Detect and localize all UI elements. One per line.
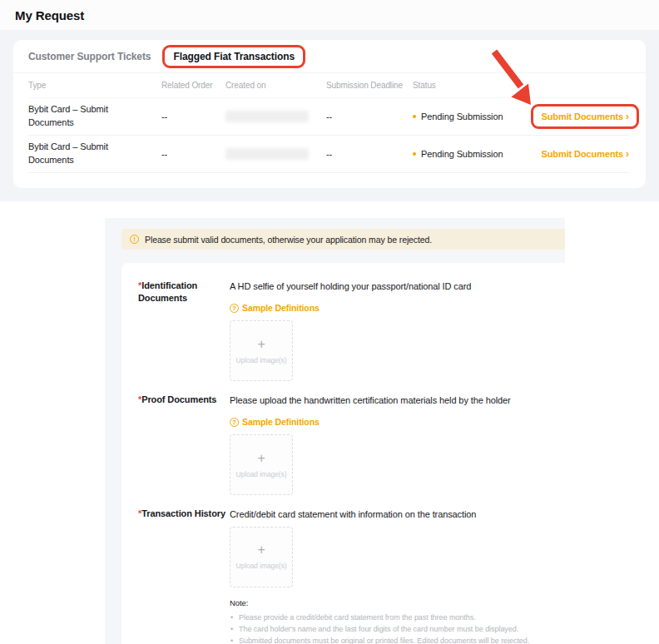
note-title: Note: <box>230 598 545 607</box>
tab-customer-support-tickets[interactable]: Customer Support Tickets <box>28 51 151 62</box>
submit-documents-panel: ! Please submit valid documents, otherwi… <box>105 218 565 644</box>
field-label: Identification Documents <box>138 280 197 303</box>
ticket-type: Bybit Card – Submit Documents <box>28 141 121 167</box>
field-description: Please upload the handwritten certificat… <box>230 394 538 408</box>
submission-deadline-value: -- <box>326 111 413 121</box>
upload-image-dropzone[interactable]: + Upload image(s) <box>230 527 293 587</box>
tab-flagged-fiat-transactions[interactable]: Flagged Fiat Transactions <box>173 51 295 62</box>
note-block: Note: Please provide a credit/debit card… <box>230 598 545 644</box>
tab-bar: Customer Support Tickets Flagged Fiat Tr… <box>13 40 646 73</box>
column-header-related-order: Related Order <box>161 81 225 90</box>
chevron-right-icon: › <box>626 111 629 122</box>
field-label: Transaction History <box>141 508 225 518</box>
column-header-status: Status <box>413 81 529 90</box>
submit-documents-button[interactable]: Submit Documents › <box>541 111 629 121</box>
related-order-value: -- <box>161 149 225 159</box>
plus-icon: + <box>257 338 265 351</box>
table-row: Bybit Card – Submit Documents -- -- Pend… <box>28 98 629 136</box>
question-icon: ? <box>230 304 239 313</box>
column-header-created-on: Created on <box>225 81 326 90</box>
submission-deadline-value: -- <box>326 149 413 159</box>
column-header-type: Type <box>28 81 161 90</box>
field-label: Proof Documents <box>141 394 216 404</box>
submit-documents-button[interactable]: Submit Documents › <box>541 149 629 159</box>
documents-form-card: *Identification Documents A HD selfie of… <box>121 263 565 644</box>
sample-definitions-link[interactable]: ?Sample Definitions <box>230 303 320 313</box>
sample-definitions-link[interactable]: ?Sample Definitions <box>230 417 320 427</box>
annotation-box-tab: Flagged Fiat Transactions <box>162 45 305 68</box>
submit-documents-section: ! Please submit valid documents, otherwi… <box>0 201 659 644</box>
note-item: The card holder's name and the last four… <box>239 623 545 635</box>
plus-icon: + <box>257 452 265 465</box>
field-description: Credit/debit card statement with informa… <box>230 508 538 522</box>
status-dot-icon <box>413 152 416 156</box>
notice-text: Please submit valid documents, otherwise… <box>145 235 432 245</box>
my-request-page: My Request Customer Support Tickets Flag… <box>0 0 659 644</box>
ticket-type: Bybit Card – Submit Documents <box>28 103 121 130</box>
field-proof-documents: *Proof Documents Please upload the handw… <box>138 394 545 495</box>
field-transaction-history: *Transaction History Credit/debit card s… <box>138 508 545 644</box>
upload-image-dropzone[interactable]: + Upload image(s) <box>230 434 293 495</box>
field-description: A HD selfie of yourself holding your pas… <box>230 280 538 294</box>
notice-banner: ! Please submit valid documents, otherwi… <box>121 229 565 250</box>
upload-label: Upload image(s) <box>236 356 287 364</box>
notice-icon: ! <box>130 235 139 244</box>
table-header-row: Type Related Order Created on Submission… <box>28 73 629 98</box>
tickets-table: Type Related Order Created on Submission… <box>13 73 646 173</box>
upload-image-dropzone[interactable]: + Upload image(s) <box>230 320 293 381</box>
related-order-value: -- <box>161 111 225 121</box>
created-on-redacted <box>225 111 309 122</box>
status-badge: Pending Submission <box>421 149 503 159</box>
column-header-submission-deadline: Submission Deadline <box>326 81 413 90</box>
tickets-card: Customer Support Tickets Flagged Fiat Tr… <box>13 40 646 188</box>
annotation-box-action: Submit Documents › <box>531 104 639 129</box>
status-badge: Pending Submission <box>421 111 503 121</box>
chevron-right-icon: › <box>626 148 629 160</box>
question-icon: ? <box>230 418 239 427</box>
note-item: Please provide a credit/debit card state… <box>239 612 545 623</box>
table-row: Bybit Card – Submit Documents -- -- Pend… <box>28 136 629 173</box>
plus-icon: + <box>257 543 265 557</box>
page-header: My Request <box>0 0 659 30</box>
status-dot-icon <box>413 115 416 118</box>
page-title: My Request <box>15 8 84 22</box>
upload-label: Upload image(s) <box>236 562 287 570</box>
note-item: Submitted documents must be original or … <box>239 635 545 644</box>
upload-label: Upload image(s) <box>236 470 287 478</box>
created-on-redacted <box>225 148 309 160</box>
field-identification-documents: *Identification Documents A HD selfie of… <box>138 280 545 381</box>
tickets-section: Customer Support Tickets Flagged Fiat Tr… <box>0 30 659 201</box>
